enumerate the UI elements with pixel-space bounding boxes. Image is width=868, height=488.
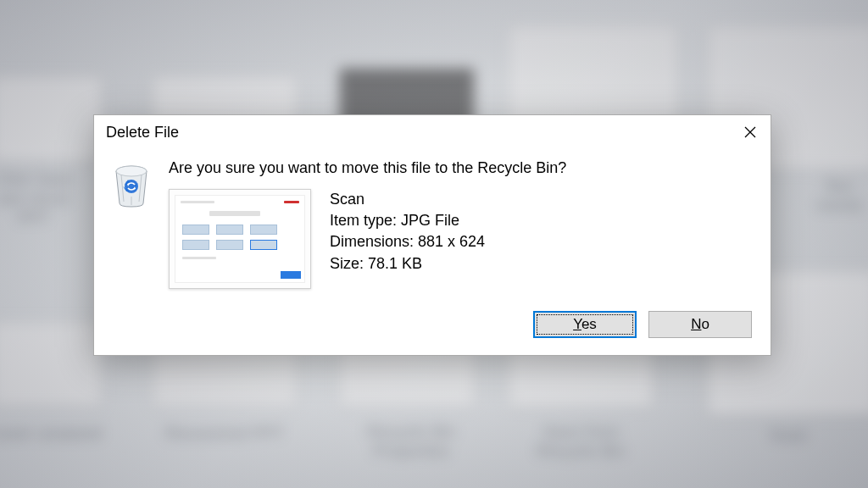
file-metadata: Scan Item type: JPG File Dimensions: 881… [330,189,485,274]
file-size: Size: 78.1 KB [330,253,485,274]
bg-caption: Save from Recycle Bin [509,422,653,461]
dialog-buttons: Yes No [94,297,771,355]
dialog-titlebar: Delete File [94,115,771,147]
delete-file-dialog: Delete File Are y [93,114,771,356]
svg-point-3 [116,166,147,176]
no-label-rest: o [701,316,709,332]
confirmation-question: Are you sure you want to move this file … [169,159,754,177]
no-button[interactable]: No [648,311,752,338]
bg-caption: Click Save ave recov PPT [0,169,85,228]
file-thumbnail-content [175,195,305,283]
file-thumbnail [169,189,311,289]
close-icon [744,126,756,138]
bg-caption: Recycle Bin Properties [339,422,483,461]
yes-label-rest: es [581,316,597,332]
svg-point-4 [125,180,138,193]
close-button[interactable] [740,122,760,142]
file-type: Item type: JPG File [330,210,485,231]
icon-column [111,159,152,289]
bg-caption: cover unsaved [0,424,119,443]
yes-button[interactable]: Yes [533,311,637,338]
bg-caption: fice ments [797,176,868,215]
body-column: Are you sure you want to move this file … [169,159,754,289]
file-info-row: Scan Item type: JPG File Dimensions: 881… [169,189,754,289]
bg-caption: Recovered PPT [153,424,297,443]
file-dimensions: Dimensions: 881 x 624 [330,231,485,252]
dialog-content: Are you sure you want to move this file … [94,147,771,297]
bg-thumb [0,76,102,161]
file-name: Scan [330,189,485,210]
bg-caption: Scan [737,425,839,445]
bg-thumb [0,322,102,407]
dialog-title: Delete File [106,124,179,141]
recycle-bin-icon [111,163,152,208]
